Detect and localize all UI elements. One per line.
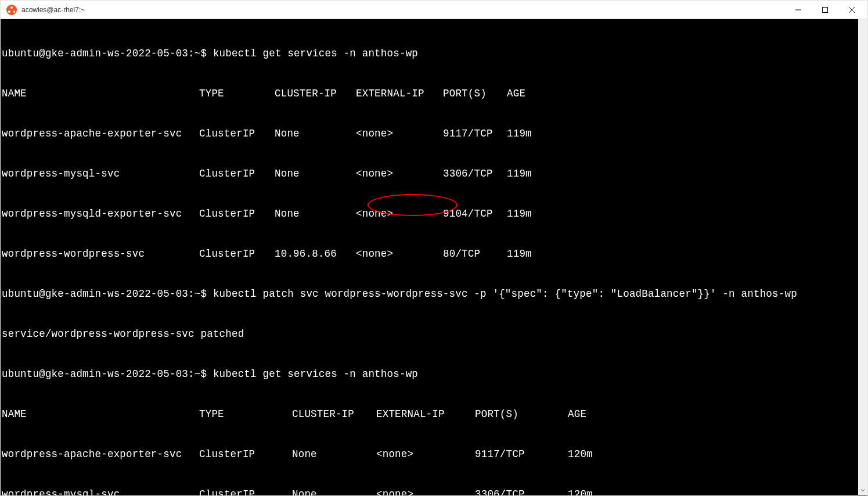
- window-controls: [785, 1, 865, 19]
- command-output: service/wordpress-wordpress-svc patched: [2, 328, 866, 341]
- window-title: acowles@ac-rhel7:~: [21, 6, 785, 14]
- svg-rect-1: [823, 8, 828, 13]
- table-header: PORT(S): [475, 408, 568, 421]
- minimize-button[interactable]: [785, 1, 812, 19]
- table-header: TYPE: [199, 87, 275, 100]
- prompt: ubuntu@gke-admin-ws-2022-05-03:~$: [2, 48, 207, 59]
- table-row: wordpress-mysql-svcClusterIPNone<none>33…: [2, 167, 866, 181]
- table-row: wordpress-apache-exporter-svcClusterIPNo…: [2, 448, 866, 461]
- table-header: CLUSTER-IP: [275, 87, 356, 100]
- ubuntu-icon: [6, 5, 17, 15]
- table-header: PORT(S): [443, 87, 507, 100]
- window-frame: acowles@ac-rhel7:~ ubuntu@gke-admin-ws-2…: [0, 0, 868, 496]
- table-header: CLUSTER-IP: [292, 408, 376, 421]
- command: kubectl get services -n anthos-wp: [213, 368, 418, 380]
- table-header: TYPE: [199, 408, 292, 421]
- maximize-button[interactable]: [812, 1, 838, 19]
- table-header: EXTERNAL-IP: [356, 87, 443, 100]
- table-header: EXTERNAL-IP: [376, 408, 475, 421]
- table-row: wordpress-mysql-svcClusterIPNone<none>33…: [2, 488, 866, 495]
- table-header: NAME: [2, 408, 199, 421]
- vertical-scrollbar[interactable]: [858, 19, 867, 495]
- close-button[interactable]: [838, 1, 865, 19]
- titlebar[interactable]: acowles@ac-rhel7:~: [1, 1, 867, 19]
- terminal-content: ubuntu@gke-admin-ws-2022-05-03:~$ kubect…: [2, 20, 866, 495]
- prompt: ubuntu@gke-admin-ws-2022-05-03:~$: [2, 288, 207, 300]
- table-header: AGE: [507, 87, 553, 100]
- command: kubectl get services -n anthos-wp: [213, 48, 418, 59]
- table-row: wordpress-mysqld-exporter-svcClusterIPNo…: [2, 207, 866, 221]
- command: kubectl patch svc wordpress-wordpress-sv…: [213, 288, 797, 300]
- prompt: ubuntu@gke-admin-ws-2022-05-03:~$: [2, 368, 207, 380]
- terminal-body[interactable]: ubuntu@gke-admin-ws-2022-05-03:~$ kubect…: [1, 19, 867, 495]
- table-header: NAME: [2, 87, 199, 100]
- scrollbar-down-icon[interactable]: [858, 486, 867, 495]
- table-row: wordpress-apache-exporter-svcClusterIPNo…: [2, 127, 866, 141]
- table-header: AGE: [568, 408, 614, 421]
- table-row: wordpress-wordpress-svcClusterIP10.96.8.…: [2, 247, 866, 261]
